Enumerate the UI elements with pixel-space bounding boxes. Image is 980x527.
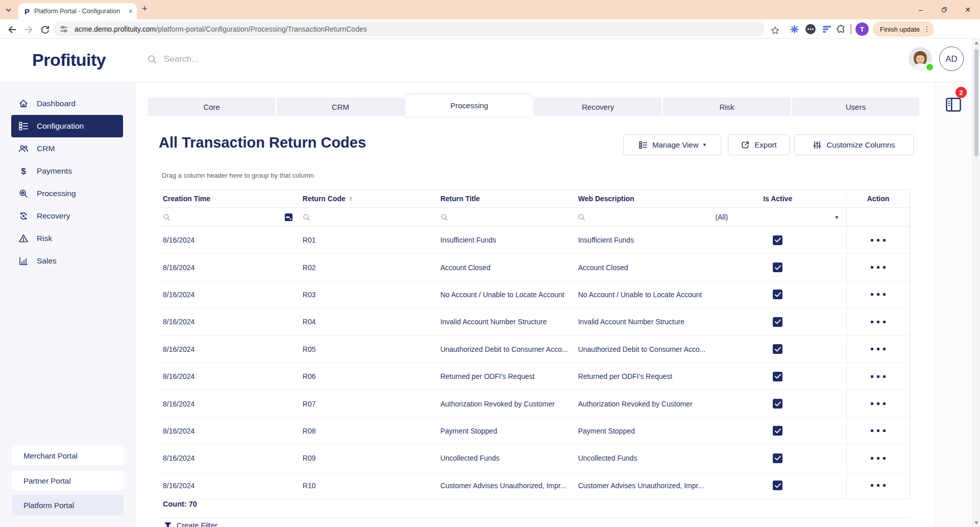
user-initials-avatar[interactable]: AD bbox=[939, 46, 964, 71]
filter-web-description[interactable] bbox=[574, 208, 709, 226]
customize-columns-button[interactable]: Customize Columns bbox=[794, 134, 914, 155]
is-active-checkbox[interactable] bbox=[773, 344, 782, 354]
site-info-icon[interactable] bbox=[59, 25, 68, 34]
is-active-checkbox[interactable] bbox=[773, 399, 782, 409]
window-close-button[interactable]: ✕ bbox=[956, 0, 979, 19]
table-row[interactable]: 8/16/2024R08Payment StoppedPayment Stopp… bbox=[159, 418, 910, 445]
sidebar-item-risk[interactable]: Risk bbox=[11, 227, 123, 250]
table-row[interactable]: 8/16/2024R03No Account / Unable to Locat… bbox=[159, 281, 910, 308]
scroll-down-arrow[interactable] bbox=[974, 521, 978, 524]
sidebar-item-sales[interactable]: Sales bbox=[11, 250, 123, 272]
is-active-checkbox[interactable] bbox=[773, 262, 782, 272]
tab-core[interactable]: Core bbox=[148, 98, 275, 116]
portal-merchant-portal[interactable]: Merchant Portal bbox=[12, 446, 124, 465]
filter-return-code[interactable] bbox=[299, 208, 436, 226]
bookmark-star-icon[interactable] bbox=[769, 24, 781, 36]
finish-update-button[interactable]: Finish update ⋮ bbox=[873, 21, 934, 37]
row-actions-button[interactable] bbox=[869, 266, 888, 269]
is-active-filter-select[interactable]: (All) ▾ bbox=[709, 208, 846, 226]
tab-close-icon[interactable]: × bbox=[129, 7, 133, 15]
forward-button[interactable] bbox=[22, 23, 35, 36]
tab-crm[interactable]: CRM bbox=[277, 98, 404, 116]
is-active-checkbox[interactable] bbox=[773, 317, 782, 327]
create-filter-button[interactable]: Create Filter bbox=[164, 521, 217, 527]
table-row[interactable]: 8/16/2024R04Invalid Account Number Struc… bbox=[159, 308, 910, 336]
search-input[interactable] bbox=[163, 54, 328, 65]
cell-web-description: Authorization Revoked by Customer bbox=[574, 390, 709, 417]
table-row[interactable]: 8/16/2024R05Unauthorized Debit to Consum… bbox=[159, 336, 910, 363]
sidebar-item-crm[interactable]: CRM bbox=[11, 137, 123, 160]
is-active-checkbox[interactable] bbox=[773, 426, 782, 436]
scrollbar-thumb[interactable] bbox=[974, 49, 978, 156]
tab-users[interactable]: Users bbox=[792, 98, 919, 116]
tab-strip-chevron-icon[interactable] bbox=[5, 7, 12, 13]
window-minimize-button[interactable]: – bbox=[909, 0, 933, 19]
scroll-up-arrow[interactable] bbox=[974, 41, 978, 44]
table-row[interactable]: 8/16/2024R10Customer Advises Unauthorize… bbox=[159, 472, 910, 499]
is-active-checkbox[interactable] bbox=[773, 453, 782, 463]
column-header-web-description[interactable]: Web Description bbox=[574, 195, 709, 203]
cell-return-title: Account Closed bbox=[436, 254, 574, 280]
portal-platform-portal[interactable]: Platform Portal bbox=[12, 495, 124, 515]
sidebar-item-processing[interactable]: Processing bbox=[11, 182, 123, 205]
calendar-icon[interactable] bbox=[285, 213, 292, 221]
table-row[interactable]: 8/16/2024R01Insufficient FundsInsufficie… bbox=[159, 227, 910, 254]
cell-web-description: Unauthorized Debit to Consumer Acco... bbox=[574, 336, 709, 363]
panel-toggle-icon[interactable] bbox=[945, 97, 963, 114]
tab-favicon: P bbox=[24, 7, 30, 16]
back-button[interactable] bbox=[6, 23, 18, 36]
sort-ascending-icon: ↑ bbox=[349, 195, 353, 203]
row-actions-button[interactable] bbox=[869, 429, 888, 432]
table-row[interactable]: 8/16/2024R06Returned per ODFI's RequestR… bbox=[159, 363, 910, 390]
table-row[interactable]: 8/16/2024R07Authorization Revoked by Cus… bbox=[159, 390, 910, 417]
extensions-puzzle-icon[interactable] bbox=[836, 23, 847, 35]
extension-chat-icon[interactable] bbox=[805, 23, 816, 35]
row-actions-button[interactable] bbox=[869, 484, 888, 487]
is-active-checkbox[interactable] bbox=[773, 372, 782, 381]
manage-view-button[interactable]: Manage View ▾ bbox=[623, 134, 721, 155]
column-header-return-code[interactable]: Return Code↑ bbox=[299, 195, 436, 203]
customize-columns-icon bbox=[813, 140, 822, 150]
column-header-is-active[interactable]: Is Active bbox=[709, 195, 846, 203]
row-actions-button[interactable] bbox=[869, 321, 888, 323]
column-header-return-title[interactable]: Return Title bbox=[436, 195, 574, 203]
filter-return-title[interactable] bbox=[436, 208, 574, 226]
sidebar-item-payments[interactable]: $Payments bbox=[11, 160, 123, 182]
sidebar-item-configuration[interactable]: Configuration bbox=[11, 115, 123, 137]
cell-return-title: Invalid Account Number Structure bbox=[436, 308, 574, 335]
address-bar[interactable]: acme.demo.profituity.com/platform-portal… bbox=[53, 21, 765, 36]
portal-partner-portal[interactable]: Partner Portal bbox=[12, 471, 124, 490]
table-row[interactable]: 8/16/2024R02Account ClosedAccount Closed bbox=[159, 254, 910, 281]
filter-is-active[interactable]: (All) ▾ bbox=[709, 208, 846, 226]
browser-menu-icon[interactable]: ⋮ bbox=[923, 25, 930, 33]
app-logo[interactable]: Profituity bbox=[32, 50, 106, 70]
row-actions-button[interactable] bbox=[869, 293, 888, 296]
table-row[interactable]: 8/16/2024R09Uncollected FundsUncollected… bbox=[159, 445, 910, 472]
extension-spark-icon[interactable] bbox=[789, 23, 800, 35]
browser-tab[interactable]: P Platform Portal - Configuration × bbox=[18, 3, 137, 19]
global-search[interactable] bbox=[147, 54, 328, 65]
is-active-checkbox[interactable] bbox=[773, 481, 782, 490]
is-active-checkbox[interactable] bbox=[773, 235, 782, 245]
extension-filter-icon[interactable] bbox=[821, 23, 832, 35]
column-header-creation-time[interactable]: Creation Time bbox=[159, 195, 299, 203]
people-icon bbox=[18, 143, 29, 154]
row-actions-button[interactable] bbox=[869, 375, 888, 378]
browser-profile-avatar[interactable]: T bbox=[855, 22, 869, 36]
row-actions-button[interactable] bbox=[869, 402, 888, 405]
filter-creation-time[interactable] bbox=[159, 208, 299, 226]
tab-processing[interactable]: Processing bbox=[406, 95, 533, 116]
tab-risk[interactable]: Risk bbox=[663, 98, 790, 116]
page-scrollbar[interactable] bbox=[972, 39, 980, 527]
new-tab-button[interactable]: + bbox=[142, 4, 148, 14]
sidebar-item-dashboard[interactable]: Dashboard bbox=[11, 92, 123, 115]
row-actions-button[interactable] bbox=[869, 239, 888, 242]
tab-recovery[interactable]: Recovery bbox=[534, 98, 662, 116]
row-actions-button[interactable] bbox=[869, 348, 888, 350]
window-restore-button[interactable] bbox=[933, 0, 956, 19]
row-actions-button[interactable] bbox=[869, 457, 888, 460]
is-active-checkbox[interactable] bbox=[773, 290, 782, 299]
export-button[interactable]: Export bbox=[728, 134, 790, 155]
reload-button[interactable] bbox=[39, 23, 51, 36]
sidebar-item-recovery[interactable]: Recovery bbox=[11, 205, 123, 227]
